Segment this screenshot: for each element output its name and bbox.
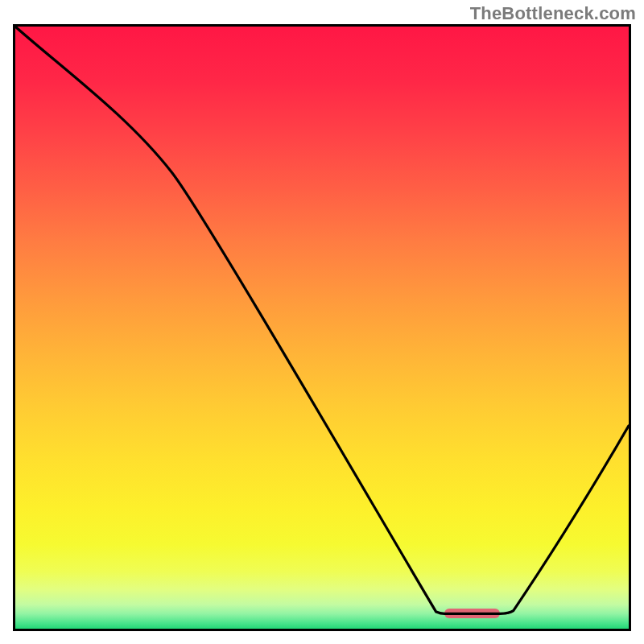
chart-frame: [13, 24, 631, 631]
watermark-text: TheBottleneck.com: [470, 3, 636, 24]
curve-path: [15, 27, 629, 613]
bottleneck-curve: [15, 27, 629, 629]
